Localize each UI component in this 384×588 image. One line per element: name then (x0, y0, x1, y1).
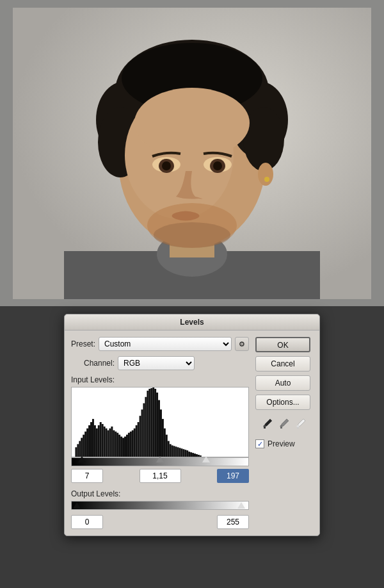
preview-label: Preview (268, 439, 295, 448)
output-level-boxes (71, 515, 249, 529)
preview-checkbox[interactable]: ✓ (255, 439, 264, 448)
svg-rect-27 (77, 444, 79, 457)
input-level-boxes (71, 469, 249, 483)
svg-rect-30 (83, 435, 84, 457)
svg-rect-83 (182, 449, 184, 457)
svg-point-14 (134, 88, 250, 158)
histogram-container (71, 387, 249, 457)
input-black-handle[interactable] (78, 456, 86, 462)
svg-rect-41 (104, 427, 106, 457)
black-eyedropper-button[interactable] (260, 416, 275, 430)
svg-rect-48 (116, 433, 118, 457)
svg-rect-88 (192, 453, 194, 457)
output-white-value[interactable] (217, 515, 249, 529)
preset-select[interactable]: Custom Default Darker Increase Contrast … (99, 337, 232, 351)
preview-row: ✓ Preview (255, 439, 313, 448)
svg-rect-43 (108, 430, 109, 457)
histogram-chart (72, 388, 248, 457)
svg-rect-58 (136, 425, 138, 457)
svg-rect-89 (194, 453, 196, 457)
preset-row: Preset: Custom Default Darker Increase C… (71, 337, 249, 351)
dialog-right-panel: OK Cancel Auto Options... (255, 337, 313, 529)
svg-point-21 (258, 163, 273, 186)
svg-rect-77 (172, 445, 173, 457)
svg-rect-84 (184, 450, 186, 457)
svg-rect-61 (141, 409, 143, 457)
svg-rect-40 (102, 424, 104, 457)
svg-rect-94 (264, 427, 266, 429)
svg-rect-73 (164, 429, 166, 457)
svg-rect-76 (170, 444, 172, 457)
output-black-value[interactable] (71, 515, 103, 529)
svg-rect-82 (180, 448, 182, 457)
input-mid-value[interactable] (140, 469, 181, 483)
svg-rect-80 (177, 447, 179, 457)
preset-label: Preset: (71, 339, 95, 348)
svg-rect-91 (198, 455, 200, 457)
channel-select[interactable]: RGB Red Green Blue (118, 356, 195, 370)
svg-rect-55 (130, 432, 132, 457)
svg-rect-34 (90, 422, 92, 457)
svg-rect-81 (179, 448, 180, 457)
svg-rect-51 (122, 438, 124, 457)
svg-rect-96 (280, 427, 282, 429)
svg-rect-67 (152, 388, 154, 457)
svg-rect-68 (154, 389, 156, 457)
svg-rect-60 (140, 416, 141, 457)
dialog-titlebar: Levels (65, 314, 319, 331)
ok-button[interactable]: OK (255, 337, 310, 352)
photo-canvas (13, 8, 371, 299)
svg-rect-33 (88, 425, 90, 457)
eyedropper-row (255, 416, 313, 430)
svg-rect-56 (132, 430, 134, 457)
portrait-image (13, 8, 371, 299)
svg-rect-47 (115, 432, 116, 457)
svg-rect-35 (92, 419, 94, 457)
auto-button[interactable]: Auto (255, 375, 310, 391)
output-black-handle[interactable] (73, 502, 81, 509)
svg-rect-54 (128, 433, 130, 457)
photo-area (0, 0, 384, 306)
svg-rect-78 (173, 446, 175, 457)
svg-rect-46 (113, 430, 115, 457)
preset-gear-button[interactable]: ⚙ (235, 337, 249, 351)
input-white-handle[interactable] (202, 456, 210, 462)
svg-rect-45 (111, 427, 113, 457)
svg-rect-36 (94, 425, 96, 457)
svg-rect-59 (138, 422, 140, 457)
svg-rect-71 (160, 409, 162, 457)
svg-rect-31 (84, 432, 86, 457)
svg-rect-37 (96, 429, 98, 457)
white-eyedropper-button[interactable] (294, 416, 308, 430)
svg-rect-75 (168, 441, 170, 457)
svg-point-93 (264, 425, 266, 428)
svg-point-12 (243, 107, 284, 171)
channel-row: Channel: RGB Red Green Blue (71, 356, 249, 370)
svg-point-97 (297, 425, 300, 428)
gray-eyedropper-button[interactable] (277, 416, 291, 430)
input-levels-label: Input Levels: (71, 375, 249, 384)
svg-rect-52 (124, 437, 126, 457)
input-black-value[interactable] (71, 469, 103, 483)
svg-rect-50 (120, 437, 122, 457)
svg-rect-85 (186, 450, 188, 457)
svg-rect-72 (162, 419, 164, 457)
output-white-handle[interactable] (237, 502, 245, 509)
svg-rect-65 (148, 389, 150, 457)
svg-rect-39 (100, 422, 102, 457)
svg-rect-74 (166, 435, 168, 457)
options-button[interactable]: Options... (255, 395, 310, 410)
svg-rect-70 (158, 400, 160, 457)
channel-select-wrapper: RGB Red Green Blue (118, 356, 195, 370)
input-white-value[interactable] (217, 469, 249, 483)
svg-rect-90 (196, 454, 198, 457)
svg-rect-87 (190, 452, 192, 457)
dialog-title: Levels (180, 318, 204, 327)
input-gray-handle[interactable] (156, 456, 164, 462)
output-section: Output Levels: (71, 489, 249, 529)
svg-rect-98 (297, 427, 299, 429)
svg-rect-79 (175, 446, 177, 457)
svg-point-20 (213, 161, 222, 170)
svg-rect-42 (106, 429, 108, 457)
cancel-button[interactable]: Cancel (255, 356, 310, 372)
